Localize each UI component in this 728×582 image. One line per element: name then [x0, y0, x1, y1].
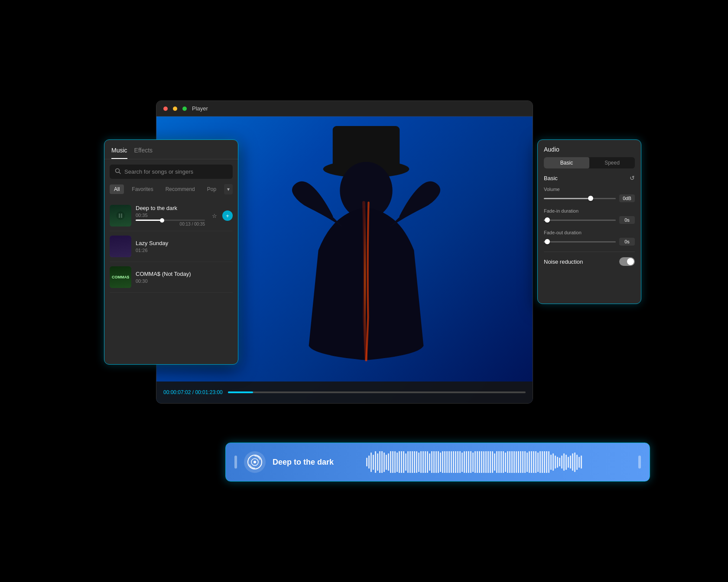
filter-favorites[interactable]: Favorites	[127, 184, 157, 194]
wave-bar	[518, 451, 519, 473]
fadein-thumb[interactable]	[545, 217, 550, 223]
wave-bar	[366, 458, 367, 466]
divider	[544, 252, 635, 252]
tab-music[interactable]: Music	[111, 147, 127, 159]
add-button-1[interactable]: +	[222, 210, 233, 221]
drag-handle-right[interactable]	[638, 456, 641, 469]
progress-thumb	[160, 218, 164, 223]
search-icon	[115, 168, 121, 175]
wave-bar	[464, 451, 465, 473]
progress-track[interactable]	[136, 220, 205, 221]
waveform	[366, 451, 631, 473]
minimize-dot[interactable]	[173, 107, 177, 111]
wave-bar	[388, 453, 389, 471]
wave-bar	[483, 451, 484, 473]
wave-bar	[576, 455, 578, 470]
song-thumb-2	[110, 236, 131, 257]
wave-bar	[436, 451, 437, 473]
wave-bar	[514, 451, 515, 473]
fadeout-slider[interactable]	[544, 241, 616, 242]
wave-bar	[522, 451, 523, 473]
wave-bar	[492, 451, 493, 473]
fadein-value: 0s	[619, 216, 635, 224]
search-bar[interactable]: Search for songs or singers	[110, 165, 233, 179]
volume-fill	[544, 198, 591, 199]
noise-reduction-toggle[interactable]	[619, 257, 635, 266]
wave-bar	[399, 451, 400, 473]
fadein-slider[interactable]	[544, 220, 616, 221]
now-playing-title: Deep to the dark	[273, 458, 359, 467]
wave-bar	[479, 451, 480, 473]
fadeout-slider-row: 0s	[544, 238, 635, 246]
wave-bar	[427, 451, 428, 473]
wave-bar	[526, 453, 528, 472]
now-playing-bar: Deep to the dark	[225, 443, 650, 482]
song-thumb-3: COMMA$	[110, 266, 131, 288]
reset-button[interactable]: ↺	[630, 175, 635, 181]
wave-bar	[392, 451, 393, 473]
wave-bar	[438, 451, 439, 473]
wave-bar	[555, 456, 556, 469]
wave-bar	[448, 451, 450, 473]
volume-thumb[interactable]	[588, 196, 593, 201]
song-info-1: Deep to the dark 00:35 00:13 / 00:35	[136, 205, 205, 226]
wave-bar	[386, 455, 387, 470]
wave-bar	[557, 457, 558, 468]
fadeout-value: 0s	[619, 238, 635, 246]
star-button-1[interactable]: ☆	[209, 210, 220, 221]
search-placeholder: Search for songs or singers	[124, 168, 193, 175]
volume-value: 0dB	[619, 194, 635, 202]
song-name-3: COMMA$ (Not Today)	[136, 271, 233, 277]
wave-bar	[410, 451, 411, 473]
fadeout-label: Fade-out duration	[544, 230, 635, 235]
filter-pop[interactable]: Pop	[203, 184, 221, 194]
timeline-bar[interactable]	[228, 391, 526, 393]
fadeout-thumb[interactable]	[545, 239, 550, 244]
volume-slider[interactable]	[544, 198, 616, 199]
panel-body: Search for songs or singers All Favorite…	[104, 159, 238, 298]
wave-bar	[520, 451, 521, 473]
wave-bar	[568, 457, 569, 468]
wave-bar	[561, 456, 562, 469]
drag-handle-left[interactable]	[234, 456, 237, 469]
wave-bar	[394, 451, 396, 473]
wave-bar	[496, 451, 497, 473]
filter-more-button[interactable]: ▾	[224, 184, 233, 194]
song-duration-1: 00:35	[136, 213, 205, 218]
current-time: 00:13 / 00:35	[180, 222, 205, 226]
panel-tabs: Music Effects	[104, 140, 238, 159]
wave-bar	[570, 456, 571, 469]
wave-bar	[457, 451, 458, 473]
wave-bar	[381, 451, 383, 473]
fadein-control: Fade-in duration 0s	[544, 208, 635, 224]
mode-basic[interactable]: Basic	[544, 157, 589, 168]
wave-bar	[412, 451, 413, 473]
filter-recommend[interactable]: Recommend	[161, 184, 199, 194]
wave-bar	[425, 451, 426, 473]
wave-bar	[451, 451, 452, 473]
wave-bar	[462, 453, 463, 472]
fadein-label: Fade-in duration	[544, 208, 635, 213]
wave-bar	[403, 451, 404, 473]
wave-bar	[470, 451, 471, 473]
wave-bar	[540, 451, 541, 473]
filter-all[interactable]: All	[110, 184, 124, 194]
song-item-1[interactable]: Deep to the dark 00:35 00:13 / 00:35 ☆	[110, 200, 233, 231]
wave-bar	[494, 453, 495, 471]
tab-effects[interactable]: Effects	[134, 147, 153, 159]
song-item-2[interactable]: Lazy Sunday 01:26	[110, 231, 233, 262]
wave-bar	[548, 451, 549, 473]
filter-row: All Favorites Recommend Pop ▾	[110, 184, 233, 194]
maximize-dot[interactable]	[182, 107, 187, 111]
wave-bar	[477, 451, 478, 473]
song-item-3[interactable]: COMMA$ COMMA$ (Not Today) 00:30	[110, 262, 233, 293]
wave-bar	[375, 451, 376, 473]
wave-bar	[566, 455, 567, 470]
mode-speed[interactable]: Speed	[589, 157, 635, 168]
wave-bar	[574, 453, 575, 472]
wave-bar	[546, 451, 547, 473]
wave-bar	[505, 453, 506, 472]
close-dot[interactable]	[163, 107, 168, 111]
now-playing-icon	[244, 451, 266, 473]
wave-bar	[466, 451, 467, 473]
